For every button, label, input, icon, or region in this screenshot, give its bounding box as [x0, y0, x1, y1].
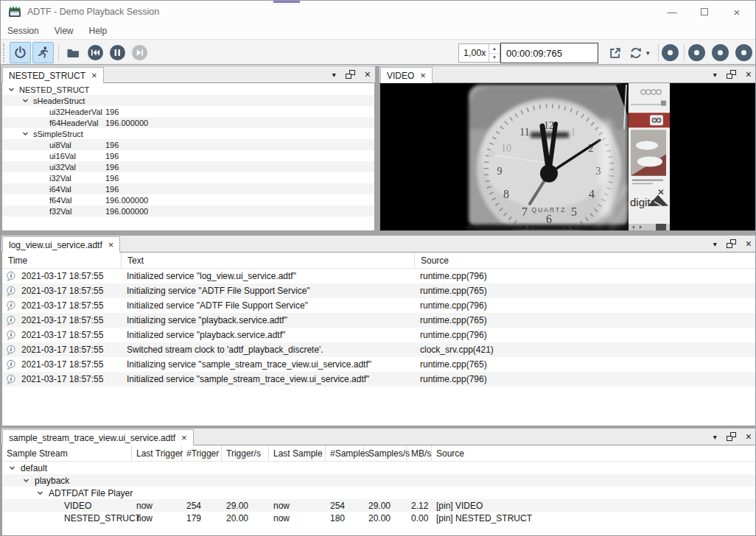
panel-close-button[interactable]: ×: [746, 431, 752, 442]
column-header-mb-per-s[interactable]: MB/s: [407, 445, 432, 461]
column-header-num-samples[interactable]: #Samples: [326, 445, 364, 461]
float-icon: [727, 243, 732, 248]
log-row[interactable]: i2021-03-17 18:57:55 Initializing servic…: [2, 357, 755, 372]
log-row[interactable]: i2021-03-17 18:57:55 Initialized service…: [2, 298, 755, 313]
maximize-button[interactable]: [692, 1, 717, 23]
chevron-down-icon[interactable]: [22, 97, 29, 104]
panel-float-button[interactable]: [727, 239, 736, 248]
tree-row[interactable]: f32Val 196.000000: [2, 205, 374, 216]
panel-close-button[interactable]: ×: [365, 69, 371, 80]
tab-video[interactable]: VIDEO ×: [380, 67, 433, 83]
tab-stream-trace[interactable]: sample_stream_trace_view.ui_service.adtf…: [2, 429, 194, 445]
chevron-down-icon[interactable]: [22, 130, 29, 137]
tree-item-label: i64Val: [49, 185, 71, 194]
tree-row[interactable]: sSimpleStruct: [2, 128, 374, 139]
num-samples-value: 254: [326, 501, 364, 511]
log-row[interactable]: i2021-03-17 18:57:55 Initialized service…: [2, 269, 755, 283]
chevron-down-icon[interactable]: [37, 490, 43, 496]
column-header-source[interactable]: Source: [432, 445, 755, 461]
panel-menu-button[interactable]: ▾: [713, 433, 717, 441]
tab-close-icon[interactable]: ×: [91, 71, 97, 80]
column-header-samples-per-s[interactable]: Samples/s: [364, 445, 407, 461]
step-forward-button[interactable]: [129, 42, 150, 63]
tab-close-icon[interactable]: ×: [420, 71, 426, 80]
panel-menu-button[interactable]: ▾: [713, 71, 717, 79]
panel-menu-button[interactable]: ▾: [332, 71, 336, 79]
marker-button-2[interactable]: [688, 44, 705, 61]
column-header-trigger-per-s[interactable]: Trigger/s: [222, 445, 269, 461]
log-text: Initializing service "ADTF File Support …: [122, 286, 415, 296]
tree-row[interactable]: ui8Val 196: [2, 139, 374, 150]
trace-row[interactable]: playback: [2, 474, 755, 487]
trace-row[interactable]: default: [2, 462, 755, 474]
column-header-num-trigger[interactable]: #Trigger: [182, 445, 222, 461]
tab-close-icon[interactable]: ×: [181, 433, 187, 442]
toolbar-separator: [684, 44, 685, 61]
trace-row[interactable]: NESTED_STRUCT now 179 20.00 now 180 20.0…: [2, 512, 755, 524]
tab-close-icon[interactable]: ×: [108, 240, 114, 250]
column-header-time[interactable]: Time: [2, 253, 122, 268]
spin-down-button[interactable]: ▼: [489, 54, 500, 63]
open-file-button[interactable]: [62, 42, 83, 63]
trace-row[interactable]: VIDEO now 254 29.00 now 254 29.00 2.12 […: [2, 499, 755, 512]
tree-row[interactable]: i32Val 196: [2, 172, 374, 183]
tree-row[interactable]: ui32HeaderVal 196: [2, 106, 374, 117]
panel-close-button[interactable]: ×: [746, 239, 752, 249]
loop-playback-button[interactable]: [625, 42, 646, 63]
tree-row[interactable]: i64Val 196: [2, 183, 374, 194]
brochure-card: digita: [629, 83, 670, 230]
menu-session[interactable]: Session: [7, 26, 39, 36]
column-header-source[interactable]: Source: [415, 253, 755, 268]
speed-value[interactable]: 1,00x: [459, 44, 489, 62]
power-toggle-button[interactable]: [10, 42, 31, 63]
tree-row[interactable]: f64Val 196.000000: [2, 194, 374, 205]
menu-view[interactable]: View: [55, 26, 74, 36]
stream-name: VIDEO: [2, 501, 132, 511]
log-row[interactable]: i2021-03-17 18:57:55 Initialized service…: [2, 328, 755, 342]
tab-log-view[interactable]: log_view.ui_service.adtf ×: [2, 236, 120, 253]
pause-button[interactable]: [107, 42, 128, 63]
log-row[interactable]: i2021-03-17 18:57:55 Initialized service…: [2, 372, 755, 387]
panel-float-button[interactable]: [727, 432, 736, 441]
column-header-last-sample[interactable]: Last Sample: [269, 445, 326, 461]
tree-row[interactable]: ui16Val 196: [2, 150, 374, 161]
menu-bar: Session View Help: [1, 23, 755, 39]
tree-row[interactable]: f64HeaderVal 196.000000: [2, 117, 374, 128]
detach-view-button[interactable]: [604, 42, 626, 63]
minimize-button[interactable]: —: [659, 1, 685, 23]
tab-nested-struct[interactable]: NESTED_STRUCT ×: [2, 67, 104, 83]
log-row[interactable]: i2021-03-17 18:57:55 Initializing servic…: [2, 313, 755, 328]
loop-dropdown-button[interactable]: ▾: [646, 49, 650, 57]
chevron-down-icon[interactable]: [23, 477, 29, 484]
column-header-sample-stream[interactable]: Sample Stream: [2, 445, 132, 461]
column-header-last-trigger[interactable]: Last Trigger: [132, 445, 182, 461]
tree-row[interactable]: NESTED_STRUCT: [2, 84, 374, 95]
close-button[interactable]: ×: [724, 1, 749, 23]
marker-button-4[interactable]: [735, 44, 752, 61]
marker-button-3[interactable]: [712, 44, 729, 61]
tree-row[interactable]: sHeaderStruct: [2, 95, 374, 106]
tree-row[interactable]: ui32Val 196: [2, 161, 374, 172]
column-header-text[interactable]: Text: [122, 253, 415, 268]
panel-float-button[interactable]: [727, 70, 736, 79]
toolbar-grip[interactable]: [3, 43, 4, 62]
tree-item-label: sHeaderStruct: [33, 96, 85, 105]
chevron-down-icon[interactable]: [8, 86, 15, 93]
panel-float-button[interactable]: [346, 70, 355, 79]
panel-buttons: ▾ ×: [713, 429, 752, 445]
log-source: runtime.cpp(765): [415, 315, 755, 325]
panel-menu-button[interactable]: ▾: [713, 240, 717, 248]
trace-row[interactable]: ADTFDAT File Player: [2, 487, 755, 499]
speed-spinbox[interactable]: 1,00x ▲ ▼: [458, 43, 500, 63]
run-toggle-button[interactable]: [32, 42, 54, 63]
time-field[interactable]: 00:00:09:765: [500, 43, 598, 63]
log-row[interactable]: i2021-03-17 18:57:55 Switched stream clo…: [2, 342, 755, 357]
chevron-down-icon[interactable]: [9, 465, 15, 471]
skip-to-start-button[interactable]: [85, 42, 106, 63]
spin-up-button[interactable]: ▲: [489, 44, 500, 54]
panel-close-button[interactable]: ×: [746, 69, 752, 80]
toolbar-separator: [658, 44, 659, 61]
log-row[interactable]: i2021-03-17 18:57:55 Initializing servic…: [2, 283, 755, 298]
marker-button-1[interactable]: [662, 44, 679, 61]
menu-help[interactable]: Help: [89, 26, 108, 36]
